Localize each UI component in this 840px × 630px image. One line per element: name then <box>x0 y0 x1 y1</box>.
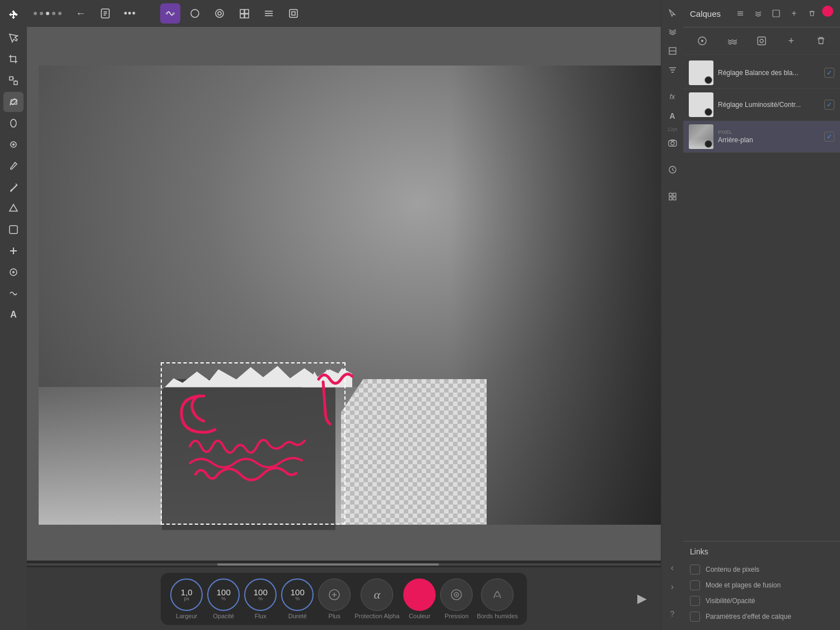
heal-tool[interactable] <box>3 241 24 261</box>
param-bords-humides: Bords humides <box>477 578 517 619</box>
persona-1[interactable] <box>160 3 180 24</box>
brush-params: 1,0 px Largeur 100 % Opacité 100 % Flux … <box>161 573 527 625</box>
svg-rect-0 <box>10 77 13 80</box>
document-button[interactable] <box>95 3 115 24</box>
width-unit: px <box>184 596 189 601</box>
nav-next-btn[interactable]: › <box>664 578 681 595</box>
transform-tool[interactable] <box>3 71 24 91</box>
link-checkbox-pixels[interactable] <box>690 564 700 575</box>
durete-circle[interactable]: 100 % <box>281 578 314 611</box>
layer-item-balance[interactable]: Réglage Balance des bla... ✓ <box>683 57 840 89</box>
durete-value: 100 <box>291 588 305 596</box>
clone-tool[interactable] <box>3 134 24 155</box>
protection-alpha-circle[interactable]: α <box>361 578 393 611</box>
cursor-icon-btn[interactable] <box>664 4 681 21</box>
pression-circle[interactable] <box>440 578 473 611</box>
dot-4 <box>52 12 55 15</box>
link-visibility[interactable]: Visibilité/Opacité <box>690 593 833 609</box>
link-checkbox-fusion[interactable] <box>690 580 700 590</box>
grid-icon-btn[interactable] <box>664 188 681 205</box>
svg-rect-37 <box>673 197 676 200</box>
layers-view-btn[interactable] <box>750 6 766 21</box>
help-btn[interactable]: ? <box>664 605 681 622</box>
paint-tool[interactable] <box>3 92 24 112</box>
camera-icon-btn[interactable] <box>664 134 681 151</box>
eyedropper-tool[interactable] <box>3 156 24 176</box>
layers-icon-btn[interactable] <box>664 24 681 40</box>
plus-circle[interactable] <box>318 578 351 611</box>
layer-item-background[interactable]: Pixel Arrière-plan ✓ <box>683 121 840 153</box>
link-pixels[interactable]: Contenu de pixels <box>690 562 833 577</box>
liquify-tool[interactable] <box>3 283 24 304</box>
canvas-area[interactable] <box>27 27 683 563</box>
dot-3 <box>46 12 49 15</box>
layer-check-balance[interactable]: ✓ <box>824 68 834 78</box>
link-fusion[interactable]: Mode et plages de fusion <box>690 577 833 593</box>
layers-title: Calques <box>690 9 721 18</box>
fx-icon-btn[interactable]: fx <box>664 88 681 105</box>
layer-item-luminosity[interactable]: Réglage Luminosité/Contr... ✓ <box>683 89 840 121</box>
layer-thumb-luminosity <box>689 92 713 117</box>
bords-humides-circle[interactable] <box>481 578 514 611</box>
filter-icon-btn[interactable] <box>664 62 681 78</box>
svg-point-17 <box>191 10 199 17</box>
transparent-area <box>341 379 487 525</box>
adjust-icon-btn[interactable] <box>664 43 681 59</box>
svg-rect-36 <box>669 197 672 200</box>
layer-check-background[interactable]: ✓ <box>824 132 834 142</box>
layer-group-btn[interactable] <box>723 32 741 50</box>
scroll-bar-thumb[interactable] <box>217 563 439 566</box>
layer-add-btn[interactable]: + <box>782 32 800 50</box>
opacity-circle[interactable]: 100 % <box>207 578 240 611</box>
svg-point-32 <box>671 142 674 145</box>
dot-2 <box>40 12 43 15</box>
move-tool[interactable] <box>3 4 24 25</box>
param-flux: 100 % Flux <box>244 578 277 619</box>
vector-tool[interactable] <box>3 198 24 218</box>
delete-layer-btn[interactable] <box>804 6 820 21</box>
svg-point-10 <box>12 271 15 273</box>
persona-3[interactable] <box>209 3 230 24</box>
crop-tool[interactable] <box>3 49 24 69</box>
header-icons: + <box>732 6 833 21</box>
persona-6[interactable] <box>283 3 304 24</box>
add-layer-btn[interactable]: + <box>786 6 802 21</box>
svg-rect-22 <box>240 14 244 18</box>
color-swatch[interactable] <box>822 6 833 17</box>
layer-delete-btn[interactable] <box>812 32 830 50</box>
scroll-bar-track[interactable] <box>27 563 661 566</box>
text-icon-btn[interactable]: A <box>664 108 681 124</box>
right-icons-bar: fx A 12pt ‹ › ? <box>661 0 683 630</box>
flux-circle[interactable]: 100 % <box>244 578 277 611</box>
erase-tool[interactable] <box>3 220 24 240</box>
layer-mask-btn[interactable] <box>753 32 771 50</box>
layer-link-btn[interactable] <box>693 32 711 50</box>
svg-rect-1 <box>14 81 17 85</box>
persona-4[interactable] <box>234 3 254 24</box>
brush-tool[interactable] <box>3 177 24 197</box>
nav-prev-btn[interactable]: ‹ <box>664 559 681 576</box>
width-circle[interactable]: 1,0 px <box>170 578 203 611</box>
link-checkbox-effects[interactable] <box>690 612 700 622</box>
redeye-tool[interactable] <box>3 262 24 282</box>
persona-5[interactable] <box>259 3 279 24</box>
list-view-btn[interactable] <box>732 6 748 21</box>
persona-2[interactable] <box>185 3 205 24</box>
dodge-tool[interactable] <box>3 113 24 133</box>
layers-list: Réglage Balance des bla... ✓ Réglage Lum… <box>683 55 840 541</box>
link-checkbox-visibility[interactable] <box>690 596 700 606</box>
text-tool[interactable]: A <box>3 305 24 325</box>
select-tool[interactable] <box>3 28 24 48</box>
play-button[interactable]: ▶ <box>632 589 652 609</box>
more-button[interactable]: ••• <box>120 3 140 24</box>
alpha-icon: α <box>374 587 381 602</box>
clock-icon-btn[interactable] <box>664 161 681 178</box>
layer-name-luminosity: Réglage Luminosité/Contr... <box>718 101 820 109</box>
page-indicator <box>34 12 62 15</box>
svg-point-43 <box>701 40 703 42</box>
thumbnail-view-btn[interactable] <box>768 6 784 21</box>
couleur-circle[interactable] <box>403 578 436 611</box>
link-effects[interactable]: Paramètres d'effet de calque <box>690 609 833 624</box>
back-button[interactable]: ← <box>71 3 91 24</box>
layer-check-luminosity[interactable]: ✓ <box>824 100 834 110</box>
